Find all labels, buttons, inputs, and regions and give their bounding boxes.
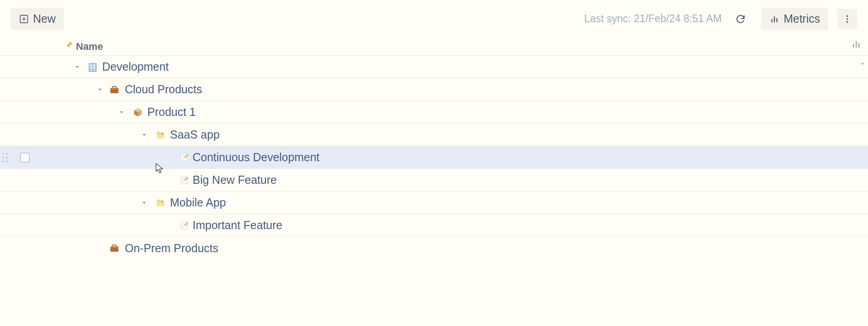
more-menu-button[interactable] xyxy=(837,9,857,29)
building-icon xyxy=(87,61,99,73)
tree: Development Cloud Products Product 1 Saa… xyxy=(0,56,868,259)
tree-row-on-prem-products[interactable]: On-Prem Products xyxy=(0,237,868,259)
tree-row-mobile-app[interactable]: Mobile App xyxy=(0,192,868,214)
tree-row-cloud-products[interactable]: Cloud Products xyxy=(0,78,868,101)
tree-row-label[interactable]: Continuous Development xyxy=(193,151,320,164)
tree-row-big-new-feature[interactable]: Big New Feature xyxy=(0,169,868,192)
svg-point-8 xyxy=(846,21,848,23)
briefcase-icon xyxy=(108,84,120,96)
plus-square-icon xyxy=(19,14,29,24)
row-checkbox[interactable] xyxy=(20,153,30,163)
tree-row-label[interactable]: Important Feature xyxy=(193,219,283,232)
last-sync-text: Last sync: 21/Feb/24 8:51 AM xyxy=(584,13,722,25)
tree-row-label[interactable]: SaaS app xyxy=(170,128,220,141)
refresh-button[interactable] xyxy=(731,9,750,29)
note-icon xyxy=(178,220,190,231)
tree-row-label[interactable]: Development xyxy=(102,60,169,73)
tree-row-development[interactable]: Development xyxy=(0,56,868,78)
briefcase-icon xyxy=(108,242,120,254)
tree-row-label[interactable]: Cloud Products xyxy=(125,83,202,96)
chevron-down-icon[interactable] xyxy=(139,130,149,140)
chevron-down-icon[interactable] xyxy=(139,198,149,208)
name-column-header[interactable]: Name xyxy=(76,41,103,53)
chevron-down-icon[interactable] xyxy=(72,62,82,72)
toolbar: New Last sync: 21/Feb/24 8:51 AM Metrics xyxy=(0,0,868,38)
scroll-up-arrow-icon[interactable] xyxy=(859,60,866,69)
svg-rect-16 xyxy=(94,67,95,68)
tree-row-label[interactable]: Product 1 xyxy=(147,105,196,119)
note-icon xyxy=(178,174,190,186)
chevron-down-icon[interactable] xyxy=(117,107,127,117)
svg-point-24 xyxy=(2,160,4,162)
svg-point-23 xyxy=(6,157,8,158)
svg-rect-12 xyxy=(89,63,96,72)
tree-row-continuous-development[interactable]: Continuous Development xyxy=(0,146,868,169)
svg-point-21 xyxy=(6,153,8,155)
drag-handle-icon[interactable] xyxy=(2,153,8,164)
svg-rect-19 xyxy=(110,88,118,90)
metrics-button-label: Metrics xyxy=(783,12,820,25)
tree-row-product-1[interactable]: Product 1 xyxy=(0,101,868,124)
svg-point-20 xyxy=(2,153,4,155)
chevron-down-icon[interactable] xyxy=(95,85,105,95)
folder-icon xyxy=(155,197,166,209)
tree-row-label[interactable]: Big New Feature xyxy=(193,173,277,187)
package-icon xyxy=(132,106,144,118)
pin-icon xyxy=(64,40,73,51)
metrics-column-icon[interactable] xyxy=(851,38,862,51)
svg-point-7 xyxy=(846,18,848,20)
tree-row-label[interactable]: On-Prem Products xyxy=(125,242,218,255)
tree-row-important-feature[interactable]: Important Feature xyxy=(0,214,868,237)
table-header: Name xyxy=(0,38,868,56)
tree-row-saas-app[interactable]: SaaS app xyxy=(0,124,868,146)
svg-point-6 xyxy=(846,15,848,17)
svg-point-25 xyxy=(6,160,8,162)
bar-chart-icon xyxy=(769,14,779,24)
svg-rect-40 xyxy=(110,246,118,248)
note-icon xyxy=(178,152,190,163)
svg-rect-15 xyxy=(90,67,92,68)
svg-rect-13 xyxy=(90,65,92,66)
new-button[interactable]: New xyxy=(11,8,64,30)
svg-rect-14 xyxy=(94,65,95,66)
tree-row-label[interactable]: Mobile App xyxy=(170,196,226,209)
new-button-label: New xyxy=(33,12,56,25)
metrics-button[interactable]: Metrics xyxy=(761,8,828,30)
folder-icon xyxy=(155,129,166,141)
svg-point-22 xyxy=(2,157,4,158)
